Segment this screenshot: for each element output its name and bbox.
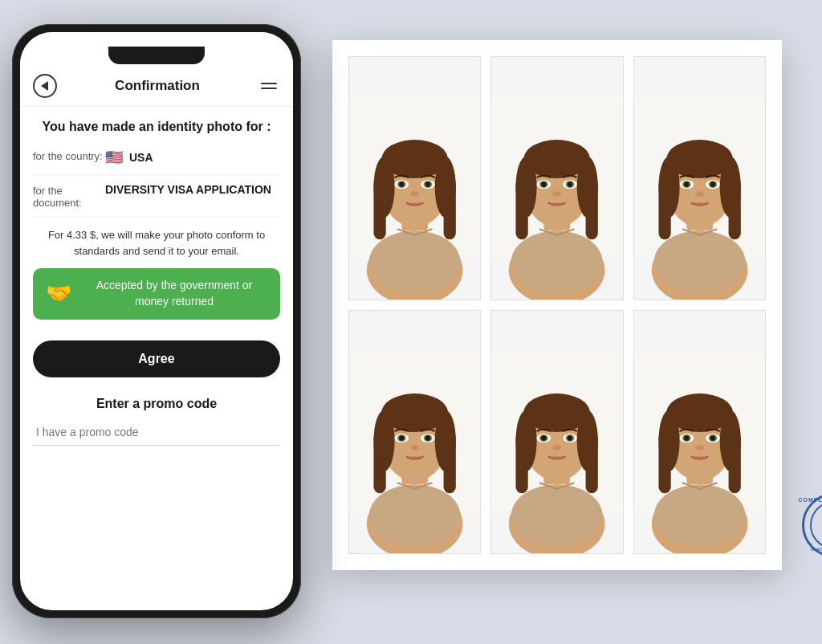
svg-point-97 — [684, 435, 690, 441]
svg-rect-94 — [728, 432, 740, 493]
svg-point-29 — [541, 181, 547, 187]
svg-point-12 — [399, 181, 405, 187]
svg-point-33 — [553, 191, 562, 197]
svg-point-2 — [369, 230, 460, 291]
menu-icon — [261, 88, 277, 89]
phone-inner: Confirmation You have made an identity p… — [20, 32, 293, 610]
guarantee-banner: 🤝 Accepted by the government or money re… — [33, 268, 280, 319]
stamp-bottom-text: ICAO OACI YMAO — [811, 547, 822, 552]
svg-point-63 — [399, 435, 405, 441]
svg-point-87 — [654, 484, 745, 545]
guarantee-text: Accepted by the government or money retu… — [81, 278, 267, 309]
svg-point-46 — [684, 181, 690, 187]
photo-cell-2 — [490, 56, 623, 300]
app-content: You have made an identity photo for : fo… — [20, 107, 293, 601]
phone-notch — [108, 47, 205, 64]
notch-area — [20, 32, 293, 67]
flag-icon: 🇺🇸 — [105, 149, 123, 166]
svg-rect-8 — [373, 178, 385, 239]
svg-rect-60 — [444, 432, 456, 493]
phone-mockup: Confirmation You have made an identity p… — [12, 24, 301, 618]
country-row: for the country: 🇺🇸 USA — [33, 149, 280, 175]
promo-title: Enter a promo code — [33, 397, 280, 411]
svg-rect-43 — [728, 178, 740, 239]
svg-point-53 — [369, 484, 460, 545]
back-arrow-icon — [41, 81, 48, 91]
price-text: For 4.33 $, we will make your photo conf… — [33, 227, 280, 259]
svg-rect-93 — [658, 432, 670, 493]
svg-rect-77 — [586, 432, 598, 493]
svg-point-80 — [541, 435, 547, 441]
svg-rect-42 — [658, 178, 670, 239]
svg-point-19 — [511, 230, 602, 291]
document-row: for the document: DIVERSITY VISA APPLICA… — [33, 183, 280, 218]
stamp-arc-text: COMPLIANT PHOTOS — [799, 497, 822, 503]
svg-rect-25 — [516, 178, 528, 239]
svg-point-83 — [568, 435, 573, 441]
document-name: DIVERSITY VISA APPLICATION — [105, 183, 271, 196]
photo-sheet: N° 82020GA 12/12/2021 Photo/foto PRO ISO… — [332, 40, 782, 570]
svg-rect-9 — [444, 178, 456, 239]
country-label: for the country: — [33, 149, 105, 162]
svg-point-36 — [654, 230, 745, 291]
menu-button[interactable] — [258, 79, 280, 92]
svg-rect-76 — [516, 432, 528, 493]
country-name: USA — [129, 151, 153, 164]
photo-sheet-wrapper: N° 82020GA 12/12/2021 Photo/foto PRO ISO… — [332, 40, 814, 594]
svg-point-66 — [425, 435, 431, 441]
promo-input[interactable] — [33, 419, 280, 446]
photo-cell-6 — [633, 310, 766, 554]
handshake-icon: 🤝 — [46, 281, 71, 306]
svg-rect-59 — [373, 432, 385, 493]
photo-cell-3 — [633, 56, 766, 300]
svg-point-16 — [410, 191, 419, 197]
svg-point-50 — [695, 191, 704, 197]
side-label: N° 82020GA 12/12/2021 Photo/foto PRO ISO… — [782, 40, 822, 570]
app-header: Confirmation — [20, 67, 293, 107]
svg-point-84 — [553, 445, 562, 450]
photo-cell-1 — [348, 56, 481, 300]
agree-button[interactable]: Agree — [33, 340, 280, 377]
photo-cell-4 — [348, 310, 481, 554]
svg-point-15 — [425, 181, 431, 187]
stamp-inner: 🌐 — [810, 501, 822, 549]
svg-point-100 — [710, 435, 715, 441]
photo-grid — [348, 56, 766, 554]
svg-point-70 — [511, 484, 602, 545]
headline-text: You have made an identity photo for : — [33, 118, 280, 136]
document-label: for the document: — [33, 183, 105, 209]
svg-point-67 — [410, 445, 419, 450]
document-value: DIVERSITY VISA APPLICATION — [105, 183, 271, 196]
compliant-stamp: 🌐 COMPLIANT PHOTOS ICAO OACI YMAO — [802, 493, 822, 557]
svg-point-101 — [695, 445, 704, 450]
svg-point-49 — [710, 181, 715, 187]
back-button[interactable] — [33, 74, 57, 98]
phone-outer: Confirmation You have made an identity p… — [12, 24, 301, 618]
promo-section: Enter a promo code — [33, 397, 280, 446]
svg-rect-26 — [586, 178, 598, 239]
svg-point-32 — [568, 181, 573, 187]
photo-cell-5 — [490, 310, 623, 554]
header-title: Confirmation — [115, 78, 200, 94]
menu-icon — [261, 83, 277, 84]
country-value: 🇺🇸 USA — [105, 149, 153, 166]
